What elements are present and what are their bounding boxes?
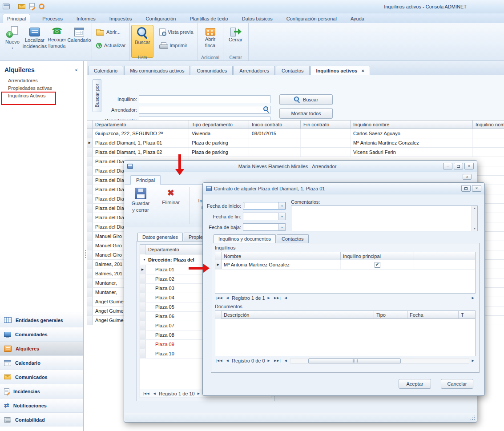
header-t[interactable]: T: [459, 311, 475, 319]
dropdown-icon[interactable]: ▼: [278, 202, 285, 209]
nav-item-incidencias[interactable]: Incidencias: [0, 384, 83, 398]
nav-item-comunicados[interactable]: Comunicados: [0, 370, 83, 384]
menu-tab-configuracion-personal[interactable]: Configuración personal: [282, 14, 341, 23]
header-fecha[interactable]: Fecha: [407, 311, 459, 319]
menu-tab-informes[interactable]: Informes: [73, 14, 100, 23]
localizar-incidencias-button[interactable]: Localizar incidencias: [24, 25, 46, 53]
menu-tab-impuestos[interactable]: Impuestos: [105, 14, 136, 23]
tab-comunidades[interactable]: Comunidades: [191, 66, 233, 75]
abrir-button[interactable]: Abrir...: [93, 28, 123, 36]
tab-mis-comunicados-activos[interactable]: Mis comunicados activos: [124, 66, 190, 75]
nav-item-entidades-generales[interactable]: Entidades generales: [0, 313, 83, 327]
tab-arrendadores[interactable]: Arrendadores: [234, 66, 275, 75]
dropdown-icon[interactable]: ▼: [278, 213, 285, 220]
nuevo-button[interactable]: + Nuevo ▼: [1, 25, 24, 53]
calendario-button[interactable]: Calendario: [68, 25, 90, 53]
menu-tab-principal[interactable]: Principal: [3, 14, 30, 23]
pager-next-button[interactable]: ▶: [197, 391, 201, 396]
ribbon-collapse-button[interactable]: ∧: [463, 174, 472, 180]
pager-last-button[interactable]: ▶▶|: [273, 358, 282, 363]
hscroll-thumb[interactable]: [308, 358, 401, 363]
actualizar-button[interactable]: Actualizar: [93, 41, 128, 50]
imprimir-button[interactable]: Imprimir: [157, 41, 190, 50]
pager-first-button[interactable]: |◀◀: [215, 296, 224, 300]
header-departamento[interactable]: Departamento: [93, 120, 189, 129]
guardar-y-cerrar-button[interactable]: Guardar y cerrar: [129, 186, 152, 225]
arrendador-input[interactable]: [139, 106, 270, 114]
tab-calendario[interactable]: Calendario: [88, 66, 123, 75]
menu-tab-plantillas[interactable]: Plantillas de texto: [185, 14, 232, 23]
pager-next-button[interactable]: ▶: [267, 296, 271, 300]
hscroll-track[interactable]: [290, 358, 469, 364]
mail-icon[interactable]: [18, 4, 25, 9]
capture-icon[interactable]: [3, 4, 10, 9]
arrendador-search-icon[interactable]: [263, 106, 270, 113]
header-inicio-contrato[interactable]: Inicio contrato: [249, 120, 301, 129]
menu-tab-datos-basicos[interactable]: Datos básicos: [238, 14, 277, 23]
header-inquilino-nombre[interactable]: Inquilino nombre: [351, 120, 473, 129]
mostrar-todos-button[interactable]: Mostrar todos: [279, 108, 333, 119]
sidebar-collapse-icon[interactable]: <: [75, 67, 78, 73]
pager-prev-button[interactable]: ◀: [226, 358, 230, 363]
hscroll-left-button[interactable]: ◀: [284, 296, 288, 300]
aceptar-button[interactable]: Aceptar: [399, 379, 431, 389]
hscroll-track[interactable]: [290, 295, 469, 301]
nav-item-comunidades[interactable]: Comunidades: [0, 327, 83, 341]
header-nombre[interactable]: Nombre: [222, 252, 341, 260]
table-row-selected[interactable]: ▶ Plaza del Diamant, 1, Plaza 01 Plaza d…: [87, 138, 504, 148]
recoger-llamada-button[interactable]: ☎ Recoger llamada: [46, 25, 68, 53]
menu-tab-configuracion[interactable]: Configuración: [142, 14, 180, 23]
vista-previa-button[interactable]: Vista previa: [157, 28, 196, 36]
maximize-button[interactable]: [454, 163, 463, 169]
table-row[interactable]: Guipuzcoa, 222, SEGUNDO 2ª Vivienda 08/0…: [87, 129, 504, 138]
pager-first-button[interactable]: |◀◀: [142, 391, 151, 396]
header-descripcion[interactable]: Descripción: [222, 311, 374, 319]
fecha-baja-combo[interactable]: ▼: [243, 223, 286, 231]
tab-principal[interactable]: Principal: [130, 175, 161, 185]
table-row[interactable]: Plaza del Diamant, 1, Plaza 02 Plaza de …: [87, 148, 504, 157]
sidebar-item-arrendadores[interactable]: Arrendadores: [0, 77, 83, 85]
tab-inquilinos-activos[interactable]: Inquilinos activos ×: [310, 66, 370, 75]
tab-close-icon[interactable]: ×: [361, 68, 364, 73]
header-fin-contrato[interactable]: Fin contrato: [301, 120, 351, 129]
tab-contactos[interactable]: Contactos: [277, 234, 309, 243]
fecha-fin-combo[interactable]: ▼: [243, 213, 286, 220]
header-tipo[interactable]: Tipo: [374, 311, 407, 319]
inquilino-principal-checkbox[interactable]: ✔: [375, 262, 380, 268]
dropdown-icon[interactable]: ▼: [278, 224, 285, 230]
close-button[interactable]: ×: [464, 163, 474, 169]
textarea-scrollbar[interactable]: ▲ ▼: [472, 206, 477, 231]
resize-grip[interactable]: [469, 415, 475, 420]
tab-contactos[interactable]: Contactos: [276, 66, 310, 75]
minimize-button[interactable]: –: [443, 163, 452, 169]
buscar-button[interactable]: Buscar: [131, 25, 153, 58]
group-expand-icon[interactable]: ▼: [143, 258, 146, 261]
nav-item-calendario[interactable]: Calendario: [0, 355, 83, 370]
header-tipo-departamento[interactable]: Tipo departamento: [189, 120, 249, 129]
scroll-down-icon[interactable]: ▼: [473, 227, 476, 230]
cancelar-button[interactable]: Cancelar: [441, 379, 473, 389]
pager-first-button[interactable]: |◀◀: [215, 358, 224, 363]
notes-icon[interactable]: [29, 3, 35, 9]
nav-item-notificaciones[interactable]: ⇄ Notificaciones: [0, 398, 83, 412]
pager-prev-button[interactable]: ◀: [226, 296, 230, 300]
pager-last-button[interactable]: ▶▶|: [273, 296, 282, 300]
menu-tab-procesos[interactable]: Procesos: [38, 14, 67, 23]
scroll-up-icon[interactable]: ▲: [473, 207, 476, 209]
nav-item-alquileres[interactable]: Alquileres: [0, 341, 83, 355]
buscar-button[interactable]: Buscar: [279, 94, 333, 105]
maximize-button[interactable]: [461, 185, 471, 192]
hscroll-right-button[interactable]: ▶: [471, 296, 476, 300]
eliminar-button[interactable]: ✖ Eliminar: [159, 186, 182, 225]
abrir-finca-button[interactable]: Abrir finca: [199, 25, 222, 53]
tab-inquilinos-y-documentos[interactable]: Inquilinos y documentos: [214, 234, 276, 243]
header-inquilino-nombre-2[interactable]: Inquilino nombre: [473, 120, 504, 129]
hscroll-right-button[interactable]: ▶: [471, 358, 476, 363]
pager-prev-button[interactable]: ◀: [153, 391, 157, 396]
contrato-titlebar[interactable]: Contrato de alquiler Plaza del Diamant, …: [203, 183, 484, 194]
sidebar-item-propiedades-activas[interactable]: Propiedades activas: [0, 85, 83, 92]
fecha-inicio-combo[interactable]: ▼: [243, 202, 286, 209]
header-inquilino-principal[interactable]: Inquilino principal: [341, 252, 414, 260]
hscroll-left-button[interactable]: ◀: [284, 358, 288, 363]
headset-icon[interactable]: [39, 4, 44, 9]
